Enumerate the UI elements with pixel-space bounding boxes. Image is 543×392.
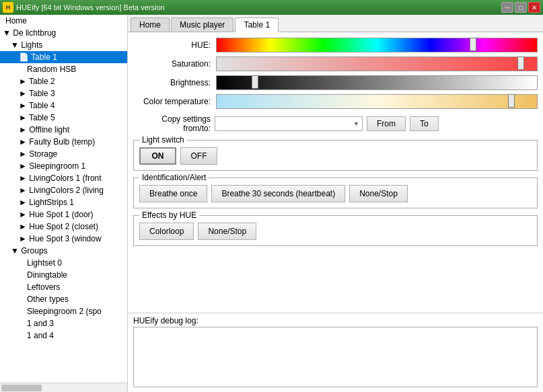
tree-table2[interactable]: ► Table 2 (0, 75, 127, 87)
on-button[interactable]: ON (139, 147, 176, 165)
right-panel: Home Music player Table 1 HUE: Saturatio… (128, 15, 543, 392)
copy-select-dropdown[interactable]: ▼ (215, 116, 363, 131)
hue-label: HUE: (133, 40, 211, 50)
app-icon: H (3, 2, 13, 13)
right-content: HUE: Saturation: Brightness: (128, 32, 543, 313)
from-button[interactable]: From (367, 116, 406, 131)
breathe-30-button[interactable]: Breathe 30 seconds (heartbeat) (211, 185, 345, 202)
brightness-thumb[interactable] (252, 75, 258, 89)
tree-scroll[interactable]: Home ▼ De lichtbrug ▼ Lights 📄 Table 1 R… (0, 15, 127, 383)
copy-settings-label: Copy settings from/to: (133, 114, 211, 133)
tree-lightset0[interactable]: Lightset 0 (0, 257, 127, 269)
tree-groups[interactable]: ▼ Groups (0, 245, 127, 257)
tab-table1[interactable]: Table 1 (235, 17, 279, 32)
effects-title: Effects by HUE (139, 210, 199, 220)
tree-de-lichtbrug[interactable]: ▼ De lichtbrug (0, 27, 127, 39)
none-stop-alert-button[interactable]: None/Stop (349, 185, 408, 202)
colorloop-button[interactable]: Colorloop (139, 223, 194, 240)
effects-group: Effects by HUE Colorloop None/Stop (133, 215, 538, 246)
tree-table5[interactable]: ► Table 5 (0, 112, 127, 124)
hue-thumb[interactable] (470, 38, 476, 51)
tree-offline[interactable]: ► Offline light (0, 124, 127, 136)
light-switch-buttons: ON OFF (139, 147, 532, 165)
colortemp-thumb[interactable] (508, 94, 515, 108)
tree-diningtable[interactable]: Diningtable (0, 269, 127, 281)
tree-lightstrips1[interactable]: ► LightStrips 1 (0, 196, 127, 208)
tree-1and4[interactable]: 1 and 4 (0, 329, 127, 342)
hue-row: HUE: (133, 38, 538, 52)
tree-faulty[interactable]: ► Faulty Bulb (temp) (0, 136, 127, 148)
tree-table1[interactable]: 📄 Table 1 (0, 51, 127, 63)
tree-storage[interactable]: ► Storage (0, 148, 127, 160)
saturation-row: Saturation: (133, 56, 538, 71)
tree-livingcolors2[interactable]: ► LivingColors 2 (living (0, 184, 127, 196)
title-bar-text: HUEify [64 bit Windows version] Beta ver… (16, 3, 501, 11)
saturation-thumb[interactable] (517, 56, 524, 70)
light-switch-title: Light switch (139, 135, 187, 145)
to-button[interactable]: To (410, 116, 439, 131)
debug-label: HUEify debug log: (133, 316, 538, 325)
tree-table4[interactable]: ► Table 4 (0, 100, 127, 112)
tree-sleepingroom1[interactable]: ► Sleepingroom 1 (0, 160, 127, 172)
tabs: Home Music player Table 1 (128, 15, 543, 32)
tab-home[interactable]: Home (131, 17, 170, 32)
brightness-label: Brightness: (133, 78, 211, 87)
copy-settings-row: Copy settings from/to: ▼ From To (133, 114, 538, 133)
tree-huespot3[interactable]: ► Hue Spot 3 (window (0, 233, 127, 245)
colortemp-row: Color temperature: (133, 94, 538, 109)
colortemp-label: Color temperature: (133, 97, 211, 106)
content-area: Home ▼ De lichtbrug ▼ Lights 📄 Table 1 R… (0, 15, 543, 392)
identification-title: Identification/Alert (139, 173, 209, 182)
main-window: Home ▼ De lichtbrug ▼ Lights 📄 Table 1 R… (0, 15, 543, 392)
tab-music-player[interactable]: Music player (171, 17, 233, 32)
effects-buttons: Colorloop None/Stop (139, 223, 532, 240)
close-button[interactable]: ✕ (528, 2, 540, 13)
identification-group: Identification/Alert Breathe once Breath… (133, 178, 538, 208)
hue-slider[interactable] (216, 38, 538, 52)
tree-table3[interactable]: ► Table 3 (0, 87, 127, 100)
light-switch-group: Light switch ON OFF (133, 140, 538, 171)
tree-leftovers[interactable]: Leftovers (0, 281, 127, 293)
tree-home[interactable]: Home (0, 15, 127, 27)
tree-lights[interactable]: ▼ Lights (0, 39, 127, 51)
tree-livingcolors1[interactable]: ► LivingColors 1 (front (0, 172, 127, 184)
colortemp-slider[interactable] (216, 94, 538, 109)
tree-huespot2[interactable]: ► Hue Spot 2 (closet) (0, 221, 127, 233)
window-controls: ─ □ ✕ (501, 2, 540, 13)
tree-1and3[interactable]: 1 and 3 (0, 317, 127, 329)
brightness-row: Brightness: (133, 75, 538, 90)
tree-sleepingroom2[interactable]: Sleepingroom 2 (spo (0, 305, 127, 317)
off-button[interactable]: OFF (180, 147, 217, 165)
saturation-label: Saturation: (133, 59, 211, 69)
hscroll[interactable] (0, 383, 127, 392)
chevron-down-icon: ▼ (353, 120, 359, 127)
saturation-slider[interactable] (216, 56, 538, 71)
tree-othertypes[interactable]: Other types (0, 293, 127, 305)
tree-random-hsb[interactable]: Random HSB (0, 63, 127, 75)
title-bar: H HUEify [64 bit Windows version] Beta v… (0, 0, 543, 15)
left-panel: Home ▼ De lichtbrug ▼ Lights 📄 Table 1 R… (0, 15, 128, 392)
identification-buttons: Breathe once Breathe 30 seconds (heartbe… (139, 185, 532, 202)
hscroll-thumb[interactable] (1, 385, 42, 391)
none-stop-effects-button[interactable]: None/Stop (198, 223, 256, 240)
brightness-slider[interactable] (216, 75, 538, 90)
debug-section: HUEify debug log: (128, 313, 543, 392)
breathe-once-button[interactable]: Breathe once (139, 185, 207, 202)
tree-huespot1[interactable]: ► Hue Spot 1 (door) (0, 208, 127, 221)
debug-textarea[interactable] (133, 327, 538, 387)
maximize-button[interactable]: □ (515, 2, 527, 13)
minimize-button[interactable]: ─ (501, 2, 513, 13)
